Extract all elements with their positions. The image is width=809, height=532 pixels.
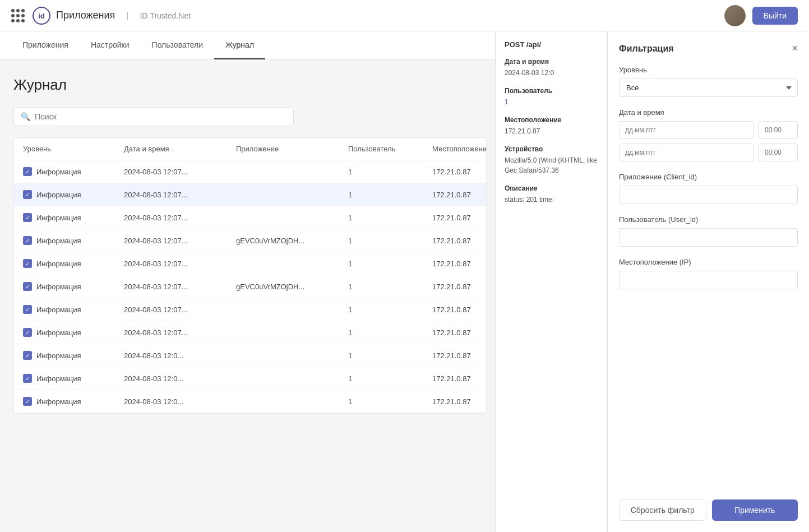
detail-section: Пользователь 1 — [505, 87, 598, 107]
row-checkbox[interactable] — [23, 351, 32, 360]
row-checkbox[interactable] — [23, 213, 32, 222]
detail-sections: Дата и время 2024-08-03 12:0 Пользовател… — [505, 58, 598, 205]
row-checkbox[interactable] — [23, 190, 32, 199]
detail-section-value: status: 201 time: — [505, 195, 598, 205]
detail-section: Местоположение 172.21.0.87 — [505, 116, 598, 136]
filter-app-section: Приложение (Client_id) — [619, 173, 798, 204]
cell-level: Информация — [23, 305, 124, 314]
search-wrapper: 🔍 — [13, 107, 294, 126]
tab-users[interactable]: Пользователи — [141, 31, 214, 59]
cell-location: 172.21.0.87 — [432, 397, 487, 406]
datetime-from-time-input[interactable] — [759, 121, 798, 139]
cell-level: Информация — [23, 190, 124, 199]
sort-icon: ↓ — [172, 146, 175, 152]
cell-location: 172.21.0.87 — [432, 237, 487, 245]
cell-location: 172.21.0.87 — [432, 329, 487, 337]
cell-datetime: 2024-08-03 12:0... — [124, 374, 236, 383]
table-row[interactable]: Информация 2024-08-03 12:07... 1 172.21.… — [14, 160, 486, 183]
cell-user: 1 — [348, 329, 432, 337]
table-row[interactable]: Информация 2024-08-03 12:0... 1 172.21.0… — [14, 344, 486, 367]
detail-section-value: Mozilla/5.0 (Wind (KHTML, like Gec Safar… — [505, 155, 598, 175]
avatar[interactable] — [724, 5, 746, 26]
cell-user: 1 — [348, 237, 432, 245]
table-row[interactable]: Информация 2024-08-03 12:07... 1 172.21.… — [14, 252, 486, 275]
filter-user-section: Пользователь (User_id) — [619, 215, 798, 247]
grid-icon — [11, 9, 25, 22]
cell-datetime: 2024-08-03 12:07... — [124, 306, 236, 314]
row-checkbox[interactable] — [23, 167, 32, 176]
filter-location-input[interactable] — [619, 271, 798, 289]
cell-datetime: 2024-08-03 12:0... — [124, 351, 236, 360]
col-header-user: Пользователь — [348, 145, 432, 153]
cell-location: 172.21.0.87 — [432, 191, 487, 199]
cell-datetime: 2024-08-03 12:07... — [124, 237, 236, 245]
row-checkbox[interactable] — [23, 259, 32, 268]
journal-table: Уровень Дата и время ↓ Приложение Пользо… — [13, 137, 487, 414]
datetime-from-date-input[interactable] — [619, 121, 754, 139]
row-checkbox[interactable] — [23, 374, 32, 383]
cell-app: gEVC0uVrMZOjDH... — [236, 283, 348, 291]
cell-level: Информация — [23, 167, 124, 176]
row-checkbox[interactable] — [23, 282, 32, 291]
cell-datetime: 2024-08-03 12:0... — [124, 397, 236, 406]
filter-app-input[interactable] — [619, 186, 798, 204]
cell-level: Информация — [23, 328, 124, 337]
cell-datetime: 2024-08-03 12:07... — [124, 329, 236, 337]
detail-section-value[interactable]: 1 — [505, 97, 598, 107]
detail-section-title: Местоположение — [505, 116, 598, 124]
search-icon: 🔍 — [21, 112, 30, 121]
search-bar: 🔍 — [13, 107, 294, 126]
table-row[interactable]: Информация 2024-08-03 12:07... 1 172.21.… — [14, 206, 486, 229]
filter-level-label: Уровень — [619, 66, 798, 74]
row-checkbox[interactable] — [23, 305, 32, 314]
cell-level: Информация — [23, 236, 124, 245]
col-header-datetime[interactable]: Дата и время ↓ — [124, 145, 236, 153]
separator: | — [126, 11, 128, 21]
detail-section: Дата и время 2024-08-03 12:0 — [505, 58, 598, 78]
logout-button[interactable]: Выйти — [752, 7, 798, 25]
cell-level: Информация — [23, 282, 124, 291]
filter-datetime-label: Дата и время — [619, 108, 798, 117]
table-row[interactable]: Информация 2024-08-03 12:07... 1 172.21.… — [14, 183, 486, 206]
table-row[interactable]: Информация 2024-08-03 12:07... gEVC0uVrM… — [14, 229, 486, 252]
filter-panel: Фильтрация × Уровень Все Информация Пред… — [607, 31, 809, 431]
svg-text:id: id — [38, 12, 45, 20]
filter-level-section: Уровень Все Информация Предупреждение Ош… — [619, 66, 798, 97]
cell-location: 172.21.0.87 — [432, 214, 487, 222]
cell-user: 1 — [348, 214, 432, 222]
filter-level-select[interactable]: Все Информация Предупреждение Ошибка — [619, 78, 798, 97]
detail-section: Описание status: 201 time: — [505, 184, 598, 205]
table-row[interactable]: Информация 2024-08-03 12:0... 1 172.21.0… — [14, 367, 486, 390]
tab-journal[interactable]: Журнал — [214, 31, 265, 59]
table-row[interactable]: Информация 2024-08-03 12:07... 1 172.21.… — [14, 321, 486, 344]
tab-settings[interactable]: Настройки — [80, 31, 141, 59]
detail-section-title: Описание — [505, 184, 598, 192]
cell-user: 1 — [348, 397, 432, 406]
cell-location: 172.21.0.87 — [432, 260, 487, 268]
row-checkbox[interactable] — [23, 236, 32, 245]
filter-user-input[interactable] — [619, 228, 798, 247]
tab-apps[interactable]: Приложения — [11, 31, 80, 59]
datetime-to-time-input[interactable] — [759, 144, 798, 161]
table-header: Уровень Дата и время ↓ Приложение Пользо… — [14, 138, 486, 160]
filter-close-button[interactable]: × — [792, 43, 798, 54]
app-title: Приложения — [56, 10, 115, 21]
cell-user: 1 — [348, 306, 432, 314]
table-row[interactable]: Информация 2024-08-03 12:07... gEVC0uVrM… — [14, 275, 486, 298]
filter-datetime-section: Дата и время — [619, 108, 798, 161]
table-row[interactable]: Информация 2024-08-03 12:0... 1 172.21.0… — [14, 390, 486, 413]
cell-user: 1 — [348, 168, 432, 176]
row-checkbox[interactable] — [23, 397, 32, 406]
page-title: Журнал — [13, 76, 487, 94]
table-row[interactable]: Информация 2024-08-03 12:07... 1 172.21.… — [14, 298, 486, 321]
detail-section-title: Пользователь — [505, 87, 598, 95]
cell-datetime: 2024-08-03 12:07... — [124, 214, 236, 222]
row-checkbox[interactable] — [23, 328, 32, 337]
cell-location: 172.21.0.87 — [432, 351, 487, 360]
filter-location-section: Местоположение (IP) — [619, 258, 798, 289]
detail-panel: POST /api/ Дата и время 2024-08-03 12:0 … — [495, 31, 607, 431]
cell-user: 1 — [348, 374, 432, 383]
col-header-level: Уровень — [23, 145, 124, 153]
search-input[interactable] — [35, 112, 286, 121]
datetime-to-date-input[interactable] — [619, 144, 754, 161]
